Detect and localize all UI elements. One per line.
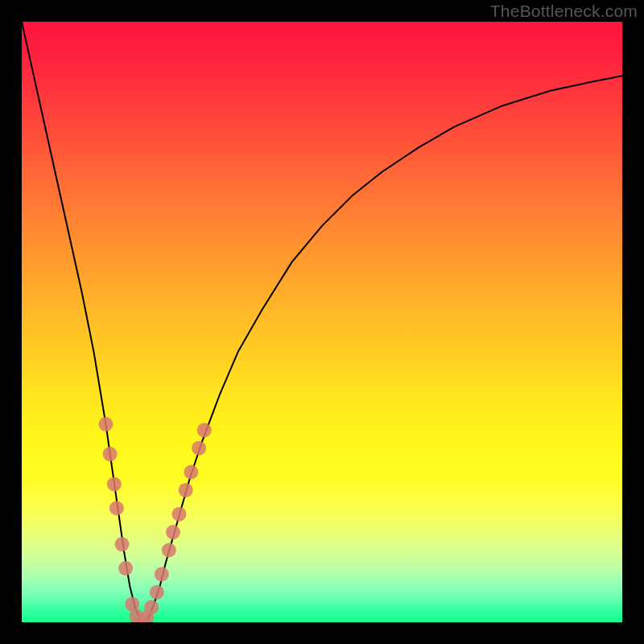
data-point-marker [179,483,193,497]
data-point-marker [103,447,118,461]
data-point-marker [107,477,122,491]
data-point-marker [166,525,180,539]
data-point-marker [115,537,130,551]
chart-frame: TheBottleneck.com [0,0,644,644]
watermark-text: TheBottleneck.com [490,2,638,21]
data-point-marker [98,417,113,431]
data-point-marker [197,423,212,437]
data-point-marker [118,561,133,576]
data-point-marker [109,501,124,515]
data-point-marker [144,600,159,614]
data-point-marker [184,465,198,480]
data-point-marker [155,567,169,581]
curve-layer [22,22,622,622]
data-point-marker [150,585,164,600]
data-point-marker [162,543,176,557]
data-point-marker [192,441,206,456]
plot-area [22,22,622,622]
data-point-marker [171,507,186,522]
bottleneck-curve [22,22,622,622]
